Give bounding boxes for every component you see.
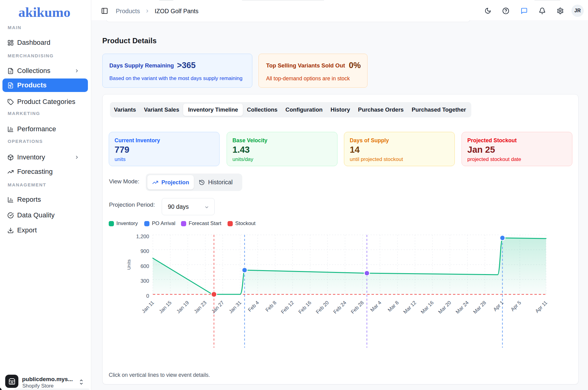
svg-text:Feb 8: Feb 8: [264, 300, 277, 313]
svg-text:Mar 12: Mar 12: [402, 300, 417, 315]
svg-text:Mar 24: Mar 24: [454, 300, 469, 315]
svg-text:Mar 8: Mar 8: [386, 300, 400, 313]
svg-text:Feb 16: Feb 16: [297, 300, 312, 315]
svg-text:Feb 4: Feb 4: [247, 300, 260, 313]
svg-text:Apr 5: Apr 5: [510, 300, 522, 312]
svg-text:Apr 1: Apr 1: [492, 300, 505, 312]
svg-text:300: 300: [141, 278, 149, 284]
svg-text:Mar 16: Mar 16: [420, 300, 435, 315]
svg-text:900: 900: [141, 248, 149, 254]
svg-text:Apr 11: Apr 11: [534, 300, 548, 314]
svg-text:Jan 23: Jan 23: [193, 300, 208, 314]
svg-text:Jan 31: Jan 31: [228, 300, 243, 314]
svg-text:Mar 28: Mar 28: [472, 300, 487, 315]
svg-text:Mar 20: Mar 20: [437, 300, 452, 315]
svg-text:Jan 11: Jan 11: [141, 300, 155, 314]
svg-text:0: 0: [146, 293, 149, 299]
svg-text:1,200: 1,200: [136, 234, 149, 239]
svg-text:Units: Units: [126, 259, 131, 270]
svg-text:Jan 19: Jan 19: [175, 300, 190, 314]
svg-text:Mar 4: Mar 4: [369, 300, 382, 313]
svg-text:Feb 12: Feb 12: [280, 300, 295, 315]
svg-text:Feb 28: Feb 28: [350, 300, 365, 315]
svg-text:Jan 15: Jan 15: [158, 300, 172, 314]
svg-text:Feb 20: Feb 20: [315, 300, 330, 315]
svg-text:Jan 27: Jan 27: [210, 300, 225, 314]
svg-text:600: 600: [141, 263, 149, 269]
svg-text:Feb 24: Feb 24: [332, 300, 347, 315]
